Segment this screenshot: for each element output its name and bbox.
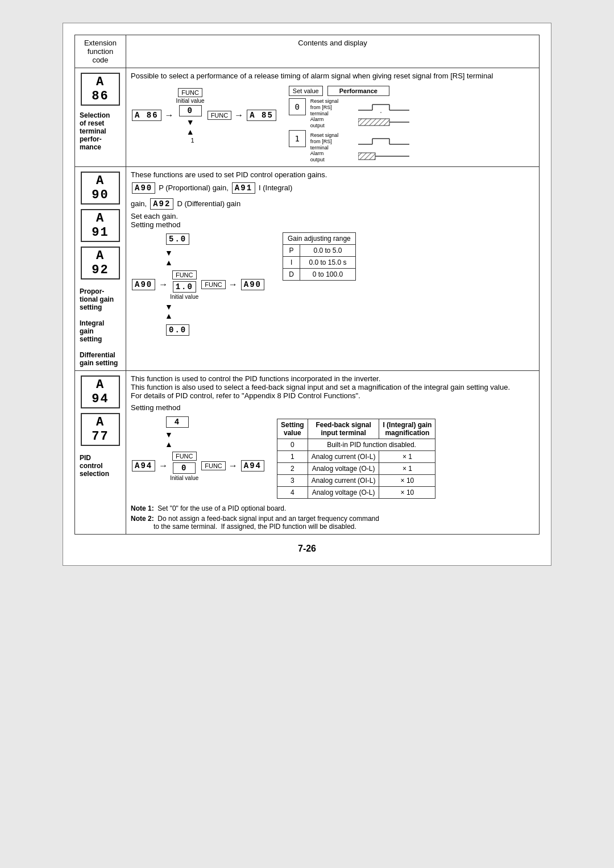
initial-value-label-a94: Initial value bbox=[170, 475, 198, 481]
flow-a86: A 86 → FUNC Initial value 0 ▼▲ 1 bbox=[131, 87, 277, 144]
initial-value-label-pid: Initial value bbox=[170, 294, 198, 300]
gain-type-d: D bbox=[283, 268, 300, 280]
note-2: Note 2: Do not assign a feed-back signal… bbox=[131, 515, 534, 531]
a86-performance: Set value Performance 0 1 bbox=[289, 86, 409, 163]
setting-val-4-row: 4 bbox=[165, 415, 265, 429]
flow-a94: A94 → FUNC 0 Initial value FUNC → A94 bbox=[131, 451, 265, 481]
labels-pid-gain: Propor-tional gainsetting Integralgainse… bbox=[80, 287, 121, 367]
func-pid-2[interactable]: FUNC bbox=[201, 280, 226, 289]
a86-diagram: A 86 → FUNC Initial value 0 ▼▲ 1 bbox=[131, 86, 277, 163]
up-down-pid: ▼▲ bbox=[165, 248, 173, 268]
label-d-gain: D (Differential) gain bbox=[177, 199, 240, 208]
arrow-a94-1: → bbox=[159, 461, 168, 471]
pid-val-4: 4 bbox=[277, 486, 308, 498]
code-display-a77: A 77 bbox=[81, 413, 120, 446]
label-alarm-0: Alarmoutput bbox=[310, 116, 356, 129]
pid-code-line: A90 P (Proportional) gain, A91 I (Integr… bbox=[131, 181, 534, 195]
gain-table-header: Gain adjusting range bbox=[283, 232, 356, 244]
a94-initial: 0 bbox=[173, 462, 196, 474]
perf-header: Set value Performance bbox=[289, 86, 409, 96]
note-1: Note 1: Set "0" for the use of a PID opt… bbox=[131, 504, 534, 512]
pid-terminal-3: Analog current (OI-L) bbox=[308, 474, 379, 486]
pid-terminal-4: Analog voltage (O-L) bbox=[308, 486, 379, 498]
desc-set-each: Set each gain. bbox=[131, 212, 534, 220]
table-row: A 94 A 77 PID control selection This fun… bbox=[75, 370, 540, 534]
timing-svg-0b bbox=[358, 117, 409, 128]
pid-code-a90-inline: A90 bbox=[132, 182, 155, 194]
set-val-1: 1 bbox=[289, 130, 306, 147]
gain-row-i: I 0.0 to 15.0 s bbox=[283, 256, 356, 268]
pid-terminal-0: Built-in PID function disabled. bbox=[308, 439, 435, 450]
func-btn-1[interactable]: FUNC bbox=[178, 88, 202, 97]
label-pid-control: PID control selection bbox=[80, 454, 121, 478]
arrow-a94-2: → bbox=[229, 461, 238, 471]
pid-val-0: 0 bbox=[277, 439, 308, 450]
timing-svg-0a bbox=[358, 102, 409, 113]
code-display-a94: A 94 bbox=[81, 375, 120, 408]
func-group-1: FUNC Initial value 0 ▼▲ 1 bbox=[176, 87, 205, 144]
gain-range-d: 0 to 100.0 bbox=[300, 268, 356, 280]
a94-source: A94 bbox=[132, 460, 155, 471]
gain-type-i: I bbox=[283, 256, 300, 268]
pid-val-3: 3 bbox=[277, 474, 308, 486]
label-selection: Selectionof resetterminalperfor-mance bbox=[80, 111, 121, 151]
code-display-a94-wrap: A 94 bbox=[80, 374, 121, 410]
table-row: A 86 Selectionof resetterminalperfor-man… bbox=[75, 68, 540, 167]
gain-range-p: 0.0 to 5.0 bbox=[300, 244, 356, 256]
gain-table: Gain adjusting range P 0.0 to 5.0 bbox=[283, 232, 356, 281]
arrow-right-1: → bbox=[165, 110, 174, 120]
performance-box: Performance bbox=[327, 86, 389, 96]
code-display-a92: A 92 bbox=[81, 247, 120, 279]
pid-mag-1: × 1 bbox=[379, 450, 435, 462]
pid-th-val: Settingvalue bbox=[277, 419, 308, 439]
a86-content: A 86 → FUNC Initial value 0 ▼▲ 1 bbox=[131, 86, 534, 163]
label-pid: PID bbox=[80, 454, 91, 462]
label-rs-1: Reset signalfrom [RS]terminal bbox=[310, 132, 356, 151]
timing-row-1: Reset signalfrom [RS]terminal bbox=[310, 132, 409, 163]
code-display-a91-wrap: A 91 bbox=[80, 208, 121, 243]
timing-diagrams: Reset signalfrom [RS]terminal bbox=[310, 98, 409, 163]
func-a94-1[interactable]: FUNC bbox=[172, 452, 197, 461]
desc-a94-3: For details of PID control, refer to "Ap… bbox=[131, 391, 534, 400]
col-header-code: Extensionfunctioncode bbox=[75, 35, 126, 68]
func-btn-2[interactable]: FUNC bbox=[208, 111, 232, 120]
code-display-a90: A 90 bbox=[81, 172, 120, 205]
pid-mag-3: × 10 bbox=[379, 474, 435, 486]
gain-type-p: P bbox=[283, 244, 300, 256]
timing-row-0b: Alarmoutput bbox=[310, 116, 409, 129]
integral-initial-display: 0.0 bbox=[166, 324, 189, 336]
code-display-a77-wrap: A 77 bbox=[80, 412, 121, 447]
arrows-below-pid: ▼▲ bbox=[165, 302, 265, 322]
timing-row-1a: Reset signalfrom [RS]terminal bbox=[310, 132, 409, 151]
label-selection: selection bbox=[80, 470, 109, 478]
pid-gain-content: 5.0 ▼▲ A90 → bbox=[131, 232, 534, 337]
pid-source: A90 bbox=[132, 279, 155, 290]
desc-a94-2: This function is also used to select a f… bbox=[131, 383, 534, 391]
label-control: control bbox=[80, 462, 103, 470]
func-a94-group: FUNC 0 Initial value bbox=[170, 451, 198, 481]
ext-code-a90: A 90 A 91 A 92 Propor-tional gainsetting… bbox=[75, 166, 126, 370]
code-display-a91: A 91 bbox=[81, 209, 120, 242]
arrow-pid-2: → bbox=[229, 279, 238, 290]
a94-target: A94 bbox=[241, 460, 264, 471]
pid-gain-diagram: 5.0 ▼▲ A90 → bbox=[131, 232, 265, 337]
page-number: 7-26 bbox=[74, 544, 540, 554]
label-proportional: Propor-tional gainsetting bbox=[80, 287, 121, 311]
func-pid-1[interactable]: FUNC bbox=[172, 270, 197, 279]
timing-row-1b: Alarmoutput bbox=[310, 151, 409, 163]
timing-svg-1a bbox=[358, 136, 409, 147]
content-pid-gain: These functions are used to set PID cont… bbox=[126, 166, 540, 370]
func-a94-2[interactable]: FUNC bbox=[201, 461, 226, 470]
pid-table: Settingvalue Feed-back signalinput termi… bbox=[277, 419, 435, 499]
main-table: Extensionfunctioncode Contents and displ… bbox=[74, 35, 540, 535]
desc-pid-1: These functions are used to set PID cont… bbox=[131, 170, 534, 179]
setting-display-4: 4 bbox=[166, 416, 189, 428]
gain-row-p: P 0.0 to 5.0 bbox=[283, 244, 356, 256]
gain-table-wrap: Gain adjusting range P 0.0 to 5.0 bbox=[283, 232, 356, 337]
pid-th-terminal: Feed-back signalinput terminal bbox=[308, 419, 379, 439]
pid-row-0: 0 Built-in PID function disabled. bbox=[277, 439, 435, 450]
pid-code-line2: gain, A92 D (Differential) gain bbox=[131, 197, 534, 211]
ext-code-a86: A 86 Selectionof resetterminalperfor-man… bbox=[75, 68, 126, 167]
set-value-col: 0 1 bbox=[289, 98, 306, 163]
pid-code-a92-inline: A92 bbox=[150, 198, 173, 210]
